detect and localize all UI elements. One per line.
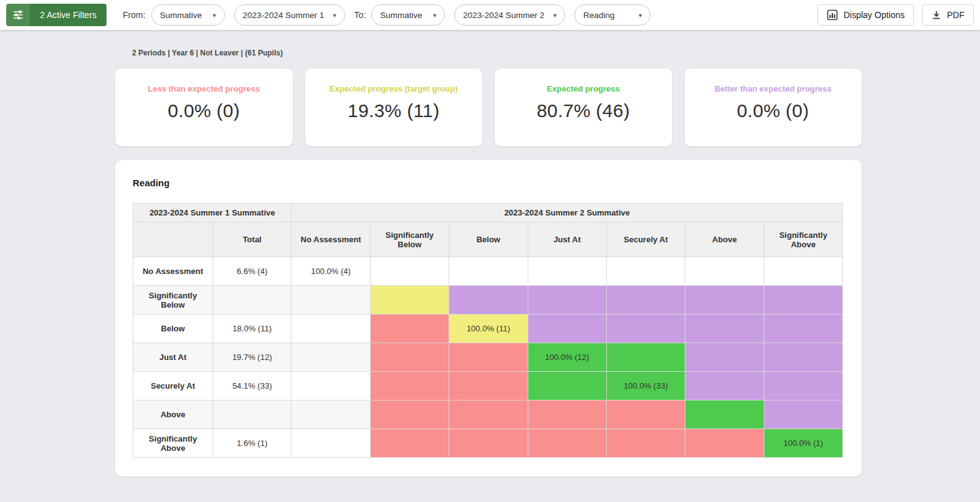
matrix-cell bbox=[685, 372, 764, 400]
pdf-label: PDF bbox=[947, 10, 964, 20]
matrix-column-header: Just At bbox=[528, 222, 606, 257]
progress-matrix-table: 2023-2024 Summer 1 Summative 2023-2024 S… bbox=[133, 203, 843, 458]
matrix-cell bbox=[764, 315, 842, 343]
subject-value: Reading bbox=[583, 11, 614, 20]
matrix-cell bbox=[764, 343, 842, 372]
pdf-button[interactable]: PDF bbox=[922, 4, 974, 26]
matrix-row: Securely At54.1% (33)100.0% (33) bbox=[133, 372, 843, 400]
matrix-cell bbox=[449, 400, 528, 429]
total-header: Total bbox=[213, 222, 292, 257]
matrix-cell bbox=[528, 286, 606, 315]
matrix-cell bbox=[606, 343, 685, 372]
matrix-cell bbox=[606, 315, 685, 343]
matrix-cell bbox=[370, 372, 449, 400]
matrix-cell bbox=[685, 343, 764, 372]
to-type-value: Summative bbox=[380, 11, 422, 20]
matrix-cell bbox=[685, 286, 764, 315]
subject-title: Reading bbox=[133, 178, 844, 188]
matrix-row-header: Above bbox=[133, 400, 213, 429]
total-cell: 19.7% (12) bbox=[213, 343, 292, 372]
from-label: From: bbox=[123, 10, 146, 20]
matrix-cell bbox=[528, 429, 606, 458]
matrix-cell bbox=[292, 315, 370, 343]
total-cell: 6.6% (4) bbox=[213, 257, 292, 286]
toolbar-right-group: Display Options PDF bbox=[817, 4, 974, 26]
matrix-cell bbox=[370, 429, 449, 458]
total-cell: 54.1% (33) bbox=[213, 372, 292, 400]
matrix-row-header: Securely At bbox=[133, 372, 213, 400]
matrix-column-header: Significantly Below bbox=[370, 222, 449, 257]
total-cell bbox=[213, 286, 292, 315]
filter-summary: 2 Periods | Year 6 | Not Leaver | (61 Pu… bbox=[132, 49, 862, 57]
matrix-cell bbox=[449, 257, 528, 286]
card-value: 0.0% (0) bbox=[737, 100, 809, 121]
matrix-cell: 100.0% (12) bbox=[528, 343, 606, 372]
matrix-cell bbox=[764, 257, 842, 286]
toolbar: 2 Active Filters From: Summative ▾ 2023-… bbox=[0, 0, 980, 30]
matrix-cell: 100.0% (11) bbox=[449, 315, 528, 343]
chevron-down-icon: ▾ bbox=[426, 12, 436, 19]
total-cell: 1.6% (1) bbox=[213, 429, 292, 458]
card-expected: Expected progress 80.7% (46) bbox=[495, 69, 672, 146]
from-period-value: 2023-2024 Summer 1 bbox=[243, 11, 325, 20]
card-value: 19.3% (11) bbox=[348, 100, 440, 121]
from-period-select[interactable]: 2023-2024 Summer 1 ▾ bbox=[234, 4, 345, 26]
card-value: 80.7% (46) bbox=[536, 100, 630, 121]
subject-select[interactable]: Reading ▾ bbox=[574, 4, 650, 26]
chart-icon bbox=[827, 9, 838, 21]
matrix-column-header: Significantly Above bbox=[764, 222, 842, 257]
matrix-cell bbox=[685, 257, 764, 286]
card-title: Expected progress (target group) bbox=[330, 84, 458, 93]
matrix-cell bbox=[292, 286, 370, 315]
matrix-cell bbox=[449, 343, 528, 372]
active-filters-label: 2 Active Filters bbox=[30, 4, 107, 26]
summary-cards: Less than expected progress 0.0% (0) Exp… bbox=[115, 69, 862, 146]
card-title: Better than expected progress bbox=[715, 84, 832, 93]
matrix-cell: 100.0% (4) bbox=[292, 257, 370, 286]
to-period-select[interactable]: 2023-2024 Summer 2 ▾ bbox=[454, 4, 565, 26]
matrix-row-header: Below bbox=[133, 315, 213, 343]
matrix-cell bbox=[606, 286, 685, 315]
chevron-down-icon: ▾ bbox=[206, 12, 216, 19]
matrix-row-header: Just At bbox=[133, 343, 213, 372]
display-options-button[interactable]: Display Options bbox=[817, 4, 914, 26]
matrix-row: Below18.0% (11)100.0% (11) bbox=[133, 315, 843, 343]
matrix-column-header: Above bbox=[685, 222, 764, 257]
download-icon bbox=[931, 10, 941, 20]
card-less-than-expected: Less than expected progress 0.0% (0) bbox=[115, 69, 293, 146]
card-better-than-expected: Better than expected progress 0.0% (0) bbox=[685, 69, 862, 146]
matrix-cell bbox=[606, 429, 685, 458]
matrix-cell bbox=[685, 429, 764, 458]
matrix-column-header: No Assessment bbox=[292, 222, 370, 257]
matrix-cell bbox=[528, 400, 606, 429]
matrix-cell bbox=[764, 372, 842, 400]
matrix-row: No Assessment6.6% (4)100.0% (4) bbox=[133, 257, 843, 286]
card-title: Less than expected progress bbox=[148, 84, 260, 93]
matrix-column-header: Below bbox=[449, 222, 528, 257]
matrix-row: Significantly Above1.6% (1)100.0% (1) bbox=[133, 429, 843, 458]
main-content: 2 Periods | Year 6 | Not Leaver | (61 Pu… bbox=[115, 49, 862, 476]
to-label: To: bbox=[354, 10, 366, 20]
active-filters-button[interactable]: 2 Active Filters bbox=[6, 4, 107, 26]
matrix-cell bbox=[370, 315, 449, 343]
from-type-value: Summative bbox=[160, 11, 202, 20]
matrix-cell bbox=[606, 257, 685, 286]
matrix-panel: Reading 2023-2024 Summer 1 Summative 202… bbox=[115, 160, 862, 476]
chevron-down-icon: ▾ bbox=[326, 12, 336, 19]
matrix-row: Just At19.7% (12)100.0% (12) bbox=[133, 343, 843, 372]
filter-sliders-icon bbox=[6, 4, 30, 26]
matrix-cell bbox=[685, 315, 764, 343]
matrix-cell bbox=[292, 429, 370, 458]
from-type-select[interactable]: Summative ▾ bbox=[151, 4, 225, 26]
col-axis-header: 2023-2024 Summer 2 Summative bbox=[292, 204, 843, 222]
matrix-cell bbox=[370, 286, 449, 315]
total-cell: 18.0% (11) bbox=[213, 315, 292, 343]
corner-cell bbox=[133, 222, 213, 257]
matrix-cell bbox=[370, 400, 449, 429]
matrix-cell bbox=[764, 400, 842, 429]
card-title: Expected progress bbox=[547, 84, 620, 93]
matrix-cell bbox=[292, 343, 370, 372]
matrix-cell bbox=[449, 372, 528, 400]
display-options-label: Display Options bbox=[844, 10, 905, 20]
to-type-select[interactable]: Summative ▾ bbox=[371, 4, 445, 26]
